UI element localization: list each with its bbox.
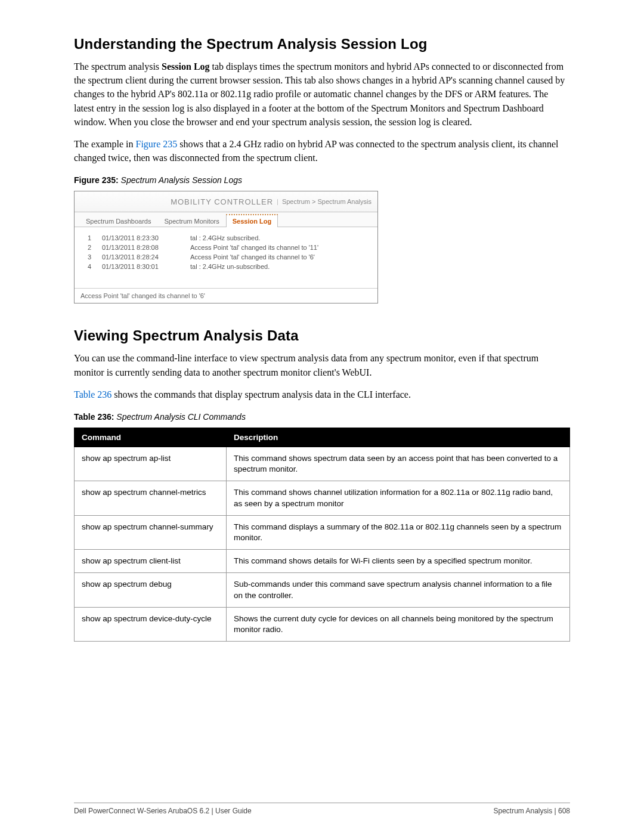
cell-command: show ap spectrum ap-list (75, 447, 227, 481)
log-index: 2 (83, 244, 91, 251)
log-timestamp: 01/13/2011 8:30:01 (102, 263, 179, 270)
log-row: 3 01/13/2011 8:28:24 Access Point 'tal' … (83, 252, 369, 262)
cell-command: show ap spectrum client-list (75, 550, 227, 573)
log-timestamp: 01/13/2011 8:28:24 (102, 253, 179, 261)
figure-topbar: MOBILITY CONTROLLER | Spectrum > Spectru… (75, 191, 377, 212)
table-label: Table 236: (74, 412, 114, 422)
figure-caption: Figure 235: Spectrum Analysis Session Lo… (74, 175, 570, 185)
cli-commands-table: Command Description show ap spectrum ap-… (74, 428, 570, 642)
figure-title: Spectrum Analysis Session Logs (121, 175, 242, 185)
log-row: 4 01/13/2011 8:30:01 tal : 2.4GHz un-sub… (83, 262, 369, 271)
cell-description: This command shows details for Wi-Fi cli… (227, 550, 570, 573)
section2-para2: Table 236 shows the commands that displa… (74, 388, 570, 401)
table-caption: Table 236: Spectrum Analysis CLI Command… (74, 412, 570, 422)
cell-description: Shows the current duty cycle for devices… (227, 607, 570, 641)
table-236-link[interactable]: Table 236 (74, 389, 112, 400)
footer-right: Spectrum Analysis | 608 (493, 807, 570, 815)
cell-description: This command shows spectrum data seen by… (227, 447, 570, 481)
table-row: show ap spectrum channel-summary This co… (75, 515, 570, 549)
figure-screenshot: MOBILITY CONTROLLER | Spectrum > Spectru… (74, 191, 378, 304)
log-message: tal : 2.4GHz un-subscribed. (190, 263, 270, 270)
log-index: 4 (83, 263, 91, 270)
text: The spectrum analysis (74, 61, 162, 72)
section2-heading: Viewing Spectrum Analysis Data (74, 327, 570, 344)
section1-para2: The example in Figure 235 shows that a 2… (74, 137, 570, 165)
figure-label: Figure 235: (74, 175, 119, 185)
table-row: show ap spectrum client-list This comman… (75, 550, 570, 573)
cell-command: show ap spectrum channel-metrics (75, 481, 227, 515)
section1-heading: Understanding the Spectrum Analysis Sess… (74, 36, 570, 52)
section1-para1: The spectrum analysis Session Log tab di… (74, 60, 570, 129)
figure-footer: Access Point 'tal' changed its channel t… (75, 288, 377, 303)
log-index: 3 (83, 253, 91, 261)
col-header-description: Description (227, 428, 570, 447)
cell-command: show ap spectrum device-duty-cycle (75, 607, 227, 641)
log-index: 1 (83, 234, 91, 241)
figure-log-body: 1 01/13/2011 8:23:30 tal : 2.4GHz subscr… (75, 227, 377, 288)
session-log-bold: Session Log (162, 61, 209, 72)
table-row: show ap spectrum ap-list This command sh… (75, 447, 570, 481)
cell-command: show ap spectrum debug (75, 573, 227, 607)
table-row: show ap spectrum debug Sub-commands unde… (75, 573, 570, 607)
cell-description: Sub-commands under this command save spe… (227, 573, 570, 607)
log-message: Access Point 'tal' changed its channel t… (190, 253, 315, 261)
tab-spectrum-monitors[interactable]: Spectrum Monitors (157, 215, 225, 227)
table-title: Spectrum Analysis CLI Commands (116, 412, 246, 422)
text: shows the commands that display spectrum… (112, 389, 411, 400)
topbar-title: MOBILITY CONTROLLER (171, 197, 273, 206)
table-row: show ap spectrum device-duty-cycle Shows… (75, 607, 570, 641)
log-timestamp: 01/13/2011 8:28:08 (102, 244, 179, 251)
topbar-separator: | (277, 198, 278, 205)
figure-235-link[interactable]: Figure 235 (136, 139, 178, 149)
section2-para1: You can use the command-line interface t… (74, 351, 570, 379)
breadcrumb: Spectrum > Spectrum Analysis (282, 198, 371, 205)
log-message: Access Point 'tal' changed its channel t… (190, 244, 318, 251)
cell-description: This command displays a summary of the 8… (227, 515, 570, 549)
cell-command: show ap spectrum channel-summary (75, 515, 227, 549)
tab-session-log[interactable]: Session Log (226, 214, 278, 227)
log-row: 2 01/13/2011 8:28:08 Access Point 'tal' … (83, 243, 369, 252)
cell-description: This command shows channel utilization i… (227, 481, 570, 515)
figure-tabs: Spectrum Dashboards Spectrum Monitors Se… (75, 212, 377, 227)
log-row: 1 01/13/2011 8:23:30 tal : 2.4GHz subscr… (83, 233, 369, 243)
log-message: tal : 2.4GHz subscribed. (190, 234, 260, 241)
page-footer: Dell PowerConnect W-Series ArubaOS 6.2 |… (74, 803, 570, 815)
col-header-command: Command (75, 428, 227, 447)
tab-spectrum-dashboards[interactable]: Spectrum Dashboards (79, 215, 157, 227)
table-row: show ap spectrum channel-metrics This co… (75, 481, 570, 515)
footer-left: Dell PowerConnect W-Series ArubaOS 6.2 |… (74, 807, 252, 815)
text: The example in (74, 139, 136, 149)
log-timestamp: 01/13/2011 8:23:30 (102, 234, 179, 241)
